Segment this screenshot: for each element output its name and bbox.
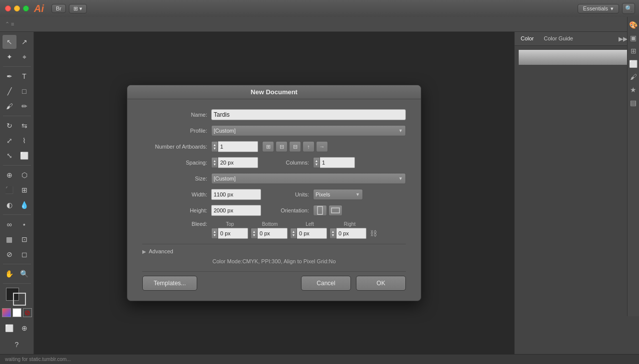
paintbrush-tool[interactable]: 🖌 xyxy=(2,99,16,113)
direct-select-tool[interactable]: ↗ xyxy=(17,35,31,49)
warp-tool[interactable]: ⌇ xyxy=(17,134,31,148)
select-tool[interactable]: ↖ xyxy=(2,35,16,49)
portrait-icon xyxy=(317,206,323,215)
white-mode-icon[interactable] xyxy=(12,308,21,317)
artboard-grid-icon[interactable]: ⊞ xyxy=(262,141,274,152)
perspective-tool[interactable]: ⬛ xyxy=(2,183,16,197)
bleed-left-header: Left xyxy=(291,221,328,227)
color-spectrum[interactable] xyxy=(519,50,635,65)
lasso-tool[interactable]: ⌖ xyxy=(17,50,31,64)
tab-color-guide[interactable]: Color Guide xyxy=(541,34,576,43)
essentials-button[interactable]: Essentials ▾ xyxy=(578,4,619,13)
bleed-top-input[interactable] xyxy=(218,228,248,239)
columns-input[interactable] xyxy=(320,157,355,168)
artboard-tool[interactable]: ⊡ xyxy=(17,232,31,246)
bridge-button[interactable]: Br xyxy=(51,4,66,13)
bleed-left-input[interactable] xyxy=(297,228,327,239)
brush-icon[interactable]: 🖌 xyxy=(629,72,638,82)
divider-1 xyxy=(142,244,406,244)
rect-tool[interactable]: □ xyxy=(17,84,31,98)
spacing-spinner[interactable]: ▲ ▼ xyxy=(211,157,218,168)
zoom-tool[interactable]: 🔍 xyxy=(17,267,31,281)
reflect-tool[interactable]: ⇆ xyxy=(17,119,31,133)
eraser-tool[interactable]: ◻ xyxy=(17,247,31,261)
right-panel: Color Color Guide ▶▶ ≡ 🎨 ▣ ⊞ ⬜ 🖌 ★ ▤ xyxy=(514,32,639,354)
free-transform-tool[interactable]: ⬜ xyxy=(17,149,31,163)
symbol-sprayer-tool[interactable]: ⋆ xyxy=(17,217,31,231)
color-icon-2[interactable]: ▣ xyxy=(629,33,638,43)
width-input[interactable] xyxy=(211,189,261,200)
artboard-panel-icon[interactable]: ⬜ xyxy=(628,59,639,69)
rotate-tool[interactable]: ↻ xyxy=(2,119,16,133)
arrange-button[interactable]: ⊞ ▾ xyxy=(69,4,87,13)
spacing-input[interactable] xyxy=(218,157,258,168)
tab-color[interactable]: Color xyxy=(518,34,537,43)
tool-sep-1 xyxy=(3,66,31,67)
templates-button[interactable]: Templates... xyxy=(142,276,197,291)
bleed-top-spinner[interactable]: ▲ ▼ xyxy=(211,228,218,239)
bleed-bottom-input[interactable] xyxy=(258,228,288,239)
search-icon: 🔍 xyxy=(625,5,633,12)
column-graph-tool[interactable]: ▦ xyxy=(2,232,16,246)
symbol-icon[interactable]: ★ xyxy=(629,85,638,95)
columns-label: Columns: xyxy=(274,160,309,166)
svg-rect-1 xyxy=(331,208,339,213)
landscape-orientation-btn[interactable] xyxy=(328,205,342,216)
artboard-up-icon[interactable]: ↑ xyxy=(303,141,315,152)
text-tool[interactable]: T xyxy=(17,69,31,83)
color-mode-icon[interactable] xyxy=(2,308,11,317)
artboard-col-icon[interactable]: ⊟ xyxy=(289,141,301,152)
pencil-tool[interactable]: ✏ xyxy=(17,99,31,113)
line-tool[interactable]: ╱ xyxy=(2,84,16,98)
link-bleed-icon[interactable]: ⛓ xyxy=(369,228,378,239)
artboard-row-icon[interactable]: ⊟ xyxy=(276,141,288,152)
color-swatch-icon[interactable]: 🎨 xyxy=(628,20,639,30)
draw-normal-icon[interactable]: ⬜ xyxy=(2,321,16,335)
stroke-color-box[interactable] xyxy=(13,293,26,306)
advanced-section[interactable]: ▶ Advanced xyxy=(142,248,406,254)
ok-button[interactable]: OK xyxy=(356,276,406,291)
shape-builder-tool[interactable]: ⊕ xyxy=(2,168,16,182)
live-paint-tool[interactable]: ⬡ xyxy=(17,168,31,182)
cancel-button[interactable]: Cancel xyxy=(301,276,351,291)
artboard-right-icon[interactable]: → xyxy=(316,141,328,152)
pen-tool[interactable]: ✒ xyxy=(2,69,16,83)
blend-tool[interactable]: ∞ xyxy=(2,217,16,231)
name-input[interactable] xyxy=(211,109,406,120)
bleed-bottom-spinner[interactable]: ▲ ▼ xyxy=(251,228,258,239)
close-button[interactable] xyxy=(5,5,11,11)
artboards-spinner[interactable]: ▲ ▼ xyxy=(211,141,218,152)
bleed-right-input[interactable] xyxy=(336,228,366,239)
units-select[interactable]: Pixels Inches Centimeters Millimeters Po… xyxy=(313,189,363,200)
bleed-left-spinner[interactable]: ▲ ▼ xyxy=(290,228,297,239)
color-mode-row: ⊘ xyxy=(2,308,32,317)
graph-style-icon[interactable]: ▤ xyxy=(629,98,638,108)
none-mode-icon[interactable]: ⊘ xyxy=(23,308,32,317)
minimize-button[interactable] xyxy=(14,5,20,11)
search-button[interactable]: 🔍 xyxy=(622,3,635,14)
height-input[interactable] xyxy=(211,205,261,216)
scale-tool[interactable]: ⤢ xyxy=(2,134,16,148)
layer-icon[interactable]: ⊞ xyxy=(630,46,638,56)
size-label: Size: xyxy=(142,176,207,182)
tool-row-scale: ⤢ ⌇ xyxy=(2,134,31,148)
magic-wand-tool[interactable]: ✦ xyxy=(2,50,16,64)
question-tool[interactable]: ? xyxy=(10,338,24,351)
hand-tool[interactable]: ✋ xyxy=(2,267,16,281)
maximize-button[interactable] xyxy=(23,5,29,11)
zoom-small-icon[interactable]: ⊕ xyxy=(17,321,31,335)
bleed-right-spinner[interactable]: ▲ ▼ xyxy=(329,228,336,239)
portrait-orientation-btn[interactable] xyxy=(313,205,327,216)
artboards-input[interactable] xyxy=(218,141,258,152)
bleed-top-header: Top xyxy=(211,221,249,227)
columns-spinner[interactable]: ▲ ▼ xyxy=(313,157,320,168)
gradient-tool[interactable]: ◐ xyxy=(2,198,16,212)
bleed-right-wrap: ▲ ▼ xyxy=(329,228,366,239)
eyedropper-tool[interactable]: 💧 xyxy=(17,198,31,212)
mesh-tool[interactable]: ⊞ xyxy=(17,183,31,197)
profile-select[interactable]: [Custom] Print Web Devices Video and Fil… xyxy=(211,125,406,136)
slice-tool[interactable]: ⊘ xyxy=(2,247,16,261)
size-select[interactable]: [Custom] Letter Legal Tabloid A4 A3 xyxy=(211,173,406,184)
width-tool[interactable]: ⤡ xyxy=(2,149,16,163)
divider-2 xyxy=(142,271,406,272)
